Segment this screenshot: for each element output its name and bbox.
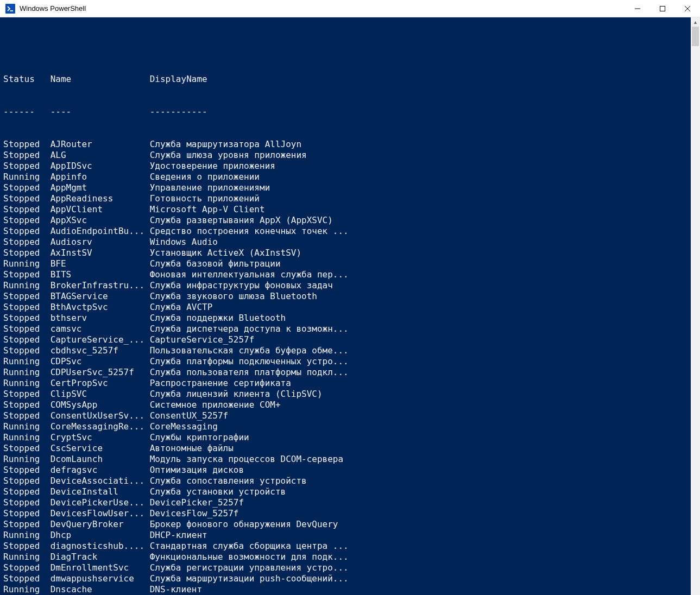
service-row: StoppedDeviceInstallСлужба установки уст… [3,486,691,497]
service-status: Stopped [3,443,51,454]
header-row: StatusNameDisplayName [3,74,691,85]
service-display: Служба маршрутизации push-сообщений... [150,573,349,584]
service-status: Stopped [3,204,51,215]
client-area: StatusNameDisplayName ------------------… [0,17,700,595]
service-row: StoppedAudioEndpointBu...Средство постро… [3,226,691,237]
service-status: Stopped [3,161,51,172]
service-display: Готовность приложений [150,193,260,204]
maximize-button[interactable] [650,0,675,17]
header-status: Status [3,74,51,85]
service-status: Running [3,552,51,562]
service-name: CertPropSvc [51,378,150,389]
service-name: DiagTrack [51,552,150,562]
service-display: Системное приложение COM+ [150,400,281,410]
service-display: Служба сопоставления устройств [150,476,307,486]
service-display: DevicePicker_5257f [150,497,244,508]
service-row: StoppedAJRouterСлужба маршрутизатора All… [3,139,691,150]
service-name: AppIDSvc [51,161,150,172]
service-status: Stopped [3,334,51,345]
service-row: StoppedAppIDSvcУдостоверение приложения [3,161,691,172]
service-row: StoppedClipSVCСлужба лицензий клиента (C… [3,389,691,400]
service-status: Running [3,432,51,443]
close-button[interactable] [675,0,700,17]
service-display: DNS-клиент [150,584,202,595]
service-status: Stopped [3,497,51,508]
service-name: DeviceAssociati... [51,476,150,486]
service-status: Running [3,530,51,541]
service-status: Stopped [3,237,51,248]
terminal-output[interactable]: StatusNameDisplayName ------------------… [0,17,691,595]
service-display: Microsoft App-V Client [150,204,265,215]
service-display: Служба базовой фильтрации [150,258,281,269]
service-row: StoppedAppReadinessГотовность приложений [3,193,691,204]
service-status: Stopped [3,248,51,258]
service-status: Stopped [3,486,51,497]
service-display: Брокер фонового обнаружения DevQuery [150,519,338,530]
service-row: StoppedDevicesFlowUser...DevicesFlow_525… [3,508,691,519]
service-row: StoppedAppVClientMicrosoft App-V Client [3,204,691,215]
service-status: Running [3,172,51,182]
service-display: ConsentUX_5257f [150,410,229,421]
service-row: StoppedbthservСлужба поддержки Bluetooth [3,313,691,324]
service-status: Running [3,356,51,367]
service-display: CoreMessaging [150,421,218,432]
scroll-thumb[interactable] [692,27,699,46]
service-status: Stopped [3,193,51,204]
service-status: Stopped [3,508,51,519]
service-status: Stopped [3,302,51,313]
service-status: Stopped [3,139,51,150]
service-status: Stopped [3,400,51,410]
service-name: CaptureService_... [51,334,150,345]
service-status: Stopped [3,541,51,552]
service-display: Пользовательская служба буфера обме... [150,345,349,356]
service-row: RunningDcomLaunchМодуль запуска процессо… [3,454,691,465]
service-row: StoppedAudiosrvWindows Audio [3,237,691,248]
service-name: CDPUserSvc_5257f [51,367,150,378]
service-name: diagnosticshub.... [51,541,150,552]
service-row: Stoppeddiagnosticshub....Стандартная слу… [3,541,691,552]
service-row: StoppedAppMgmtУправление приложениями [3,182,691,193]
service-status: Running [3,421,51,432]
service-display: Оптимизация дисков [150,465,244,476]
service-status: Running [3,258,51,269]
service-name: COMSysApp [51,400,150,410]
service-display: Службы криптографии [150,432,249,443]
service-row: StoppedDmEnrollmentSvcСлужба регистрации… [3,562,691,573]
service-status: Running [3,584,51,595]
service-row: Stoppedcbdhsvc_5257fПользовательская слу… [3,345,691,356]
service-display: Windows Audio [150,237,218,248]
service-name: Dnscache [51,584,150,595]
service-display: Распространение сертификата [150,378,291,389]
service-name: Appinfo [51,172,150,182]
service-status: Stopped [3,389,51,400]
service-status: Stopped [3,324,51,334]
service-name: BFE [51,258,150,269]
service-name: ConsentUxUserSv... [51,410,150,421]
service-row: StoppedCaptureService_...CaptureService_… [3,334,691,345]
service-name: DcomLaunch [51,454,150,465]
service-name: BITS [51,269,150,280]
service-display: Стандартная служба сборщика центра ... [150,541,349,552]
service-display: Служба поддержки Bluetooth [150,313,286,324]
service-row: StoppedDevicePickerUse...DevicePicker_52… [3,497,691,508]
service-row: StoppedCOMSysAppСистемное приложение COM… [3,400,691,410]
service-display: Модуль запуска процессов DCOM-сервера [150,454,343,465]
svg-rect-2 [660,6,665,11]
service-name: defragsvc [51,465,150,476]
service-row: RunningBrokerInfrastru...Служба инфрастр… [3,280,691,291]
service-display: Служба развертывания AppX (AppXSVC) [150,215,333,226]
service-display: Функциональные возможности для подк... [150,552,349,562]
service-name: DevicesFlowUser... [51,508,150,519]
scroll-track[interactable] [691,27,700,595]
vertical-scrollbar[interactable]: ▴ ▾ [691,17,700,595]
service-display: Служба маршрутизатора AllJoyn [150,139,301,150]
service-status: Stopped [3,182,51,193]
service-status: Stopped [3,519,51,530]
scroll-up-arrow-icon[interactable]: ▴ [691,17,700,27]
minimize-button[interactable] [625,0,650,17]
service-status: Stopped [3,345,51,356]
service-name: AppVClient [51,204,150,215]
service-status: Stopped [3,562,51,573]
service-row: StoppedBITSФоновая интеллектуальная служ… [3,269,691,280]
service-row: RunningCertPropSvcРаспространение сертиф… [3,378,691,389]
